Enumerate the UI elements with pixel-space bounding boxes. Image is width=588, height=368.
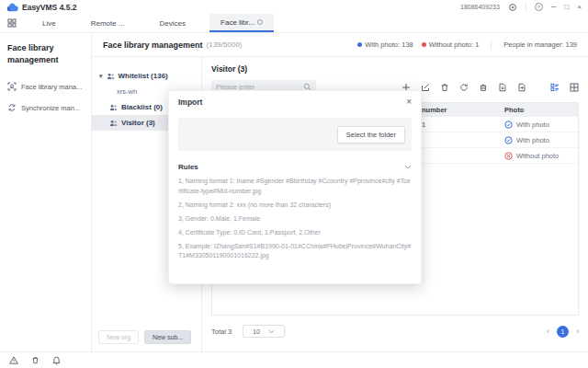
tab-live[interactable]: Live (31, 14, 67, 32)
apps-menu-icon[interactable] (7, 14, 17, 32)
export-file-icon[interactable] (517, 83, 526, 92)
close-dialog-icon[interactable]: × (406, 98, 412, 107)
next-page-icon[interactable]: › (576, 327, 579, 336)
close-window-icon[interactable]: × (577, 4, 582, 11)
sync-icon (7, 103, 17, 112)
new-org-button[interactable]: New org (98, 330, 139, 344)
app-title: EasyVMS 4.5.2 (22, 3, 77, 12)
stat-without-photo: Without photo: 1 (422, 40, 480, 49)
rule-item: 4, Certificate Type: 0.ID Card, 1.Passpo… (178, 228, 412, 238)
edit-icon[interactable] (421, 83, 430, 92)
total-label: Total 3 (211, 328, 232, 336)
sidebar-item-label: Synchronize man... (21, 104, 80, 112)
panel-footer: Total 3 10 ‹ 1 › (211, 325, 579, 338)
pagination: ‹ 1 › (547, 326, 579, 338)
page-size-select[interactable]: 10 (243, 325, 285, 338)
tab-remote[interactable]: Remote ... (80, 14, 136, 32)
page-count: (139/5000) (207, 40, 243, 49)
rule-item: 1, Naming format 1: Iname #Sgender #Bbir… (178, 177, 412, 196)
tab-refresh-icon[interactable] (257, 19, 263, 25)
folder-drop-zone: Select the folder (178, 118, 412, 151)
page-title: Face library management (103, 40, 203, 50)
panel-title: Visitor (3) (211, 64, 579, 74)
nav-tabbar: Live Remote ... Devices Face libr... (0, 14, 588, 33)
help-icon[interactable]: ? (535, 3, 543, 11)
rule-item: 5, Example: IZhangSan#S1#B1990-01-01#CCh… (178, 242, 412, 261)
gear-icon[interactable] (508, 3, 517, 12)
titlebar-divider (526, 3, 526, 11)
face-scan-icon (7, 82, 17, 91)
group-icon (107, 73, 115, 80)
table-view-icon[interactable] (570, 83, 579, 92)
refresh-icon[interactable] (459, 83, 469, 92)
toolbar (401, 83, 579, 92)
trash-status-icon[interactable] (31, 356, 40, 364)
statusbar (0, 351, 588, 368)
tab-face-library[interactable]: Face libr... (209, 14, 274, 32)
app-logo-cloud-icon (6, 3, 18, 12)
group-icon (109, 120, 118, 127)
rules-list: 1, Naming format 1: Iname #Sgender #Bbir… (178, 177, 412, 261)
sidebar-item-face-library[interactable]: Face library mana... (7, 82, 84, 91)
titlebar: EasyVMS 4.5.2 18086409233 ? ─ □ × (0, 0, 588, 14)
tree-item-whitelist[interactable]: ▾ Whitelist (136) (92, 68, 201, 84)
without-photo-icon (504, 152, 513, 160)
blue-dot-icon (357, 42, 362, 47)
account-number: 18086409233 (460, 4, 500, 10)
alarm-warning-icon[interactable] (9, 356, 18, 364)
stat-people-in-manager: People in manager: 139 (503, 40, 577, 49)
dialog-header: Import × (169, 91, 421, 110)
app-window: EasyVMS 4.5.2 18086409233 ? ─ □ × Live R… (0, 0, 588, 368)
stat-with-photo: With photo: 138 (357, 40, 413, 49)
column-header-photo: Photo (504, 106, 578, 114)
bell-icon[interactable] (52, 356, 61, 365)
sidebar-item-label: Face library mana... (21, 83, 82, 91)
sidebar-heading: Face library management (7, 42, 84, 65)
current-page[interactable]: 1 (557, 326, 569, 338)
module-sidebar: Face library management Face library man… (0, 33, 92, 351)
minimize-icon[interactable]: ─ (551, 4, 557, 11)
maximize-icon[interactable]: □ (564, 4, 569, 11)
group-icon (109, 104, 118, 111)
card-view-icon[interactable] (550, 83, 560, 92)
with-photo-icon (504, 136, 513, 144)
delete-icon[interactable] (440, 83, 449, 92)
rules-header[interactable]: Rules (178, 163, 412, 171)
select-folder-button[interactable]: Select the folder (337, 126, 405, 144)
rule-item: 3, Gender: 0.Male, 1.Female (178, 214, 412, 224)
red-dot-icon (422, 42, 426, 47)
caret-down-icon[interactable]: ▾ (99, 73, 103, 80)
chevron-down-icon (268, 329, 275, 334)
recycle-bin-icon[interactable] (479, 83, 488, 92)
new-sub-button[interactable]: New sub... (144, 330, 191, 344)
sidebar-item-synchronize[interactable]: Synchronize man... (7, 103, 84, 112)
tab-devices[interactable]: Devices (149, 14, 197, 32)
dialog-title: Import (178, 98, 202, 107)
page-header: Face library management (139/5000) With … (92, 33, 588, 57)
rule-item: 2, Naming format 2: xxx (no more than 32… (178, 201, 412, 211)
import-file-icon[interactable] (498, 83, 507, 92)
collapse-chevron-icon[interactable] (404, 165, 412, 169)
rules-title: Rules (178, 163, 198, 171)
import-dialog: Import × Select the folder Rules 1, Nami… (168, 90, 422, 284)
prev-page-icon[interactable]: ‹ (547, 327, 549, 336)
stats-divider (491, 40, 492, 50)
with-photo-icon (504, 121, 513, 129)
